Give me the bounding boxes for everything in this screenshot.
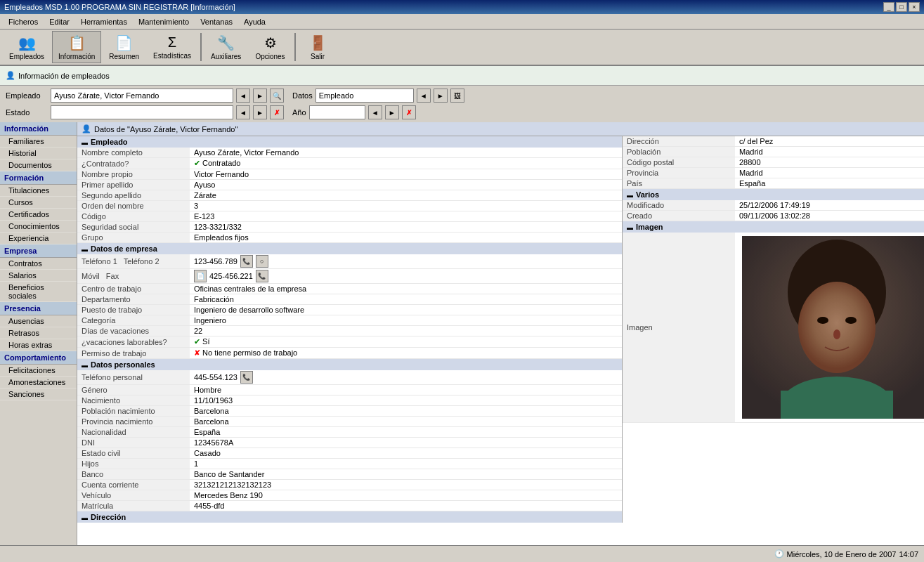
status-datetime: 🕐 Miércoles, 10 de Enero de 2007 14:07 (774, 549, 918, 558)
value-movil-fax: 📄 425-456.221 📞 (190, 269, 622, 284)
sidebar-item-familiares[interactable]: Familiares (0, 136, 77, 148)
año-clear-button[interactable]: ✗ (402, 105, 416, 119)
año-prev-button[interactable]: ◄ (368, 105, 382, 119)
row-banco: Banco Banco de Santander (77, 469, 622, 480)
sidebar-item-felicitaciones[interactable]: Felicitaciones (0, 365, 77, 377)
sidebar-item-historial[interactable]: Historial (0, 148, 77, 159)
auxiliares-label: Auxiliares (211, 53, 241, 60)
row-orden-nombre: Orden del nombre 3 (77, 201, 622, 211)
value-nombre-completo: Ayuso Zárate, Victor Fernando (190, 148, 622, 158)
estado-input[interactable] (51, 105, 233, 119)
toolbar-resumen[interactable]: 📄 Resumen (103, 31, 145, 63)
label-provincia-nacimiento: Provincia nacimiento (77, 417, 190, 427)
sidebar-item-sanciones[interactable]: Sanciones (0, 388, 77, 400)
sidebar-item-experiencia[interactable]: Experiencia (0, 233, 77, 244)
menu-herramientas[interactable]: Herramientas (75, 16, 133, 27)
datos-next-button[interactable]: ► (434, 89, 448, 103)
fax-call-button[interactable]: 📞 (256, 270, 268, 282)
row-vehiculo: Vehículo Mercedes Benz 190 (77, 490, 622, 501)
close-button[interactable]: × (909, 2, 920, 12)
maximize-button[interactable]: □ (896, 2, 907, 12)
row-pais: País España (623, 178, 924, 189)
sidebar-section-empresa[interactable]: Empresa (0, 244, 77, 258)
toolbar-auxiliares[interactable]: 🔧 Auxiliares (204, 31, 247, 63)
sidebar: Información Familiares Historial Documen… (0, 122, 77, 545)
section-imagen: ▬Imagen (623, 221, 924, 233)
value-contratado: ✔ Contratado (190, 158, 622, 169)
label-vacaciones-laborables: ¿vacaciones laborables? (77, 336, 190, 348)
sidebar-item-retrasos[interactable]: Retrasos (0, 327, 77, 339)
empleado-prev-button[interactable]: ◄ (236, 89, 250, 103)
menu-ficheros[interactable]: Ficheros (3, 16, 44, 27)
label-imagen: Imagen (623, 233, 735, 423)
menu-ayuda[interactable]: Ayuda (238, 16, 271, 27)
empleado-input[interactable] (51, 89, 233, 103)
sidebar-section-informacion[interactable]: Información (0, 122, 77, 136)
row-nacimiento: Nacimiento 11/10/1963 (77, 396, 622, 406)
row-nombre-completo: Nombre completo Ayuso Zárate, Victor Fer… (77, 148, 622, 158)
value-telefonos: 123-456.789 📞 ○ (190, 254, 622, 269)
empleado-next-button[interactable]: ► (253, 89, 267, 103)
empleado-search-button[interactable]: 🔍 (270, 89, 284, 103)
label-cuenta: Cuenta corriente (77, 480, 190, 490)
section-varios-title: Varios (636, 190, 659, 199)
toolbar-salir[interactable]: 🚪 Salir (299, 31, 337, 63)
sidebar-item-beneficios[interactable]: Beneficios sociales (0, 282, 77, 302)
sidebar-item-salarios[interactable]: Salarios (0, 270, 77, 282)
sidebar-item-cursos[interactable]: Cursos (0, 197, 77, 209)
datos-action-button[interactable]: 🖼 (450, 89, 464, 103)
sidebar-section-presencia[interactable]: Presencia (0, 302, 77, 315)
sidebar-item-certificados[interactable]: Certificados (0, 209, 77, 221)
sidebar-item-documentos[interactable]: Documentos (0, 159, 77, 171)
label-telefonos: Teléfono 1 Teléfono 2 (77, 254, 190, 269)
movil-clear-button[interactable]: 📄 (194, 270, 207, 282)
telefono-personal-value: 445-554.123 (194, 373, 237, 381)
label-movil-fax: Móvil Fax (77, 269, 190, 284)
año-next-button[interactable]: ► (385, 105, 399, 119)
label-centro-trabajo: Centro de trabajo (77, 284, 190, 294)
menu-editar[interactable]: Editar (44, 16, 75, 27)
sidebar-item-conocimientos[interactable]: Conocimientos (0, 221, 77, 233)
toolbar-empleados[interactable]: 👥 Empleados (3, 31, 51, 63)
sidebar-section-formacion[interactable]: Formación (0, 171, 77, 185)
estado-clear-button[interactable]: ✗ (270, 105, 284, 119)
section-empleado-title: Empleado (91, 138, 128, 146)
form-controls: Empleado ◄ ► 🔍 Datos ◄ ► 🖼 Estado ◄ ► ✗ … (0, 86, 924, 122)
minimize-button[interactable]: _ (883, 2, 894, 12)
label-estado-civil: Estado civil (77, 448, 190, 459)
año-input[interactable] (309, 105, 365, 119)
estado-prev-button[interactable]: ◄ (236, 105, 250, 119)
toolbar-opciones[interactable]: ⚙ Opciones (249, 31, 291, 63)
collapse-icon3: ▬ (82, 362, 88, 369)
label-grupo: Grupo (77, 233, 190, 243)
value-puesto: Ingeniero de desarrollo software (190, 305, 622, 315)
row-genero: Género Hombre (77, 385, 622, 396)
menu-mantenimiento[interactable]: Mantenimiento (133, 16, 195, 27)
value-dni: 12345678A (190, 438, 622, 448)
datos-prev-button[interactable]: ◄ (417, 89, 431, 103)
row-estado-civil: Estado civil Casado (77, 448, 622, 459)
datos-input[interactable] (315, 89, 414, 103)
value-provincia-nacimiento: Barcelona (190, 417, 622, 427)
sidebar-item-horas-extras[interactable]: Horas extras (0, 339, 77, 351)
datos-label: Datos (292, 91, 313, 100)
row-dni: DNI 12345678A (77, 438, 622, 448)
sidebar-item-contratos[interactable]: Contratos (0, 258, 77, 270)
sidebar-item-ausencias[interactable]: Ausencias (0, 315, 77, 327)
row-telefonos: Teléfono 1 Teléfono 2 123-456.789 📞 ○ (77, 254, 622, 269)
value-pais: España (735, 178, 924, 189)
menu-ventanas[interactable]: Ventanas (195, 16, 238, 27)
telefono1-call-button[interactable]: 📞 (240, 255, 253, 268)
toolbar-informacion[interactable]: 📋 Información (52, 31, 101, 63)
informacion-icon: 📋 (68, 34, 86, 51)
clock-icon: 🕐 (774, 549, 784, 558)
estado-next-button[interactable]: ► (253, 105, 267, 119)
toolbar-estadisticas[interactable]: Σ Estadísticas (147, 31, 197, 63)
section-empleado: ▬Empleado (77, 136, 622, 148)
telefono1-clear-button[interactable]: ○ (256, 255, 268, 268)
sidebar-item-amonestaciones[interactable]: Amonestaciones (0, 377, 77, 388)
sidebar-item-titulaciones[interactable]: Titulaciones (0, 185, 77, 197)
collapse-icon2: ▬ (82, 246, 88, 253)
telefono-personal-call-button[interactable]: 📞 (240, 371, 253, 384)
sidebar-section-comportamiento[interactable]: Comportamiento (0, 351, 77, 365)
